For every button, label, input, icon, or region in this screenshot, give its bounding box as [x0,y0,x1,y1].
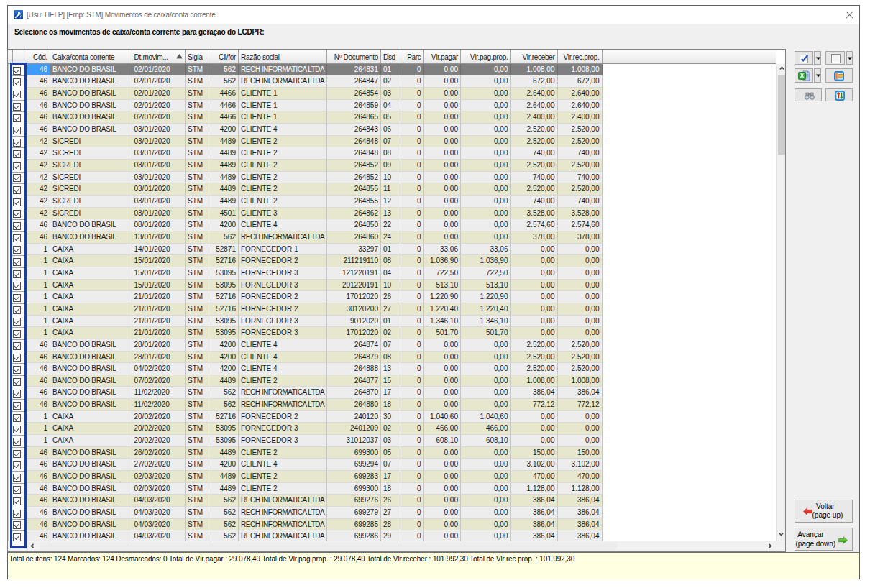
svg-text:X: X [800,73,804,79]
